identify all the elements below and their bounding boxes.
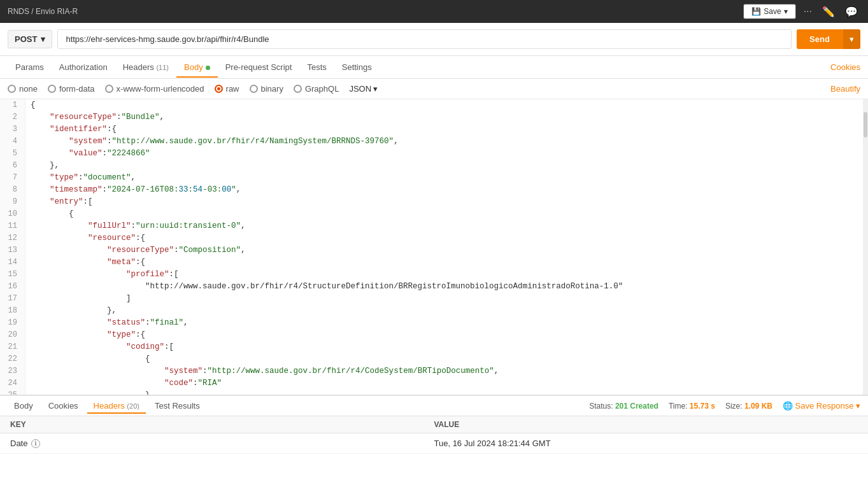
body-options: none form-data x-www-form-urlencoded raw…	[0, 79, 868, 99]
method-select[interactable]: POST ▾	[8, 30, 52, 48]
send-dropdown-button[interactable]: ▾	[843, 29, 860, 49]
tab-response-headers[interactable]: Headers (20)	[87, 398, 146, 413]
more-options-button[interactable]: ···	[801, 3, 815, 20]
top-bar: RNDS / Envio RIA-R 💾 Save ▾ ··· ✏️ 💬	[0, 0, 868, 23]
request-tabs: Params Authorization Headers (11) Body P…	[0, 56, 868, 79]
tab-response-cookies[interactable]: Cookies	[42, 398, 85, 413]
radio-none	[8, 85, 16, 93]
body-graphql-option[interactable]: GraphQL	[294, 84, 339, 94]
info-icon[interactable]: ℹ	[31, 439, 40, 448]
radio-binary	[250, 85, 258, 93]
url-input[interactable]	[57, 29, 792, 49]
top-actions: 💾 Save ▾ ··· ✏️ 💬	[743, 3, 860, 20]
radio-formdata	[48, 85, 56, 93]
comment-icon-button[interactable]: 💬	[843, 3, 860, 20]
send-group: Send ▾	[797, 29, 860, 49]
url-bar: POST ▾ Send ▾	[0, 23, 868, 56]
tab-settings[interactable]: Settings	[334, 57, 380, 77]
body-raw-option[interactable]: raw	[215, 84, 239, 94]
tab-test-results[interactable]: Test Results	[148, 398, 206, 413]
save-button[interactable]: 💾 Save ▾	[743, 4, 795, 19]
tab-pre-request[interactable]: Pre-request Script	[218, 57, 300, 77]
col-key-header: KEY	[10, 420, 434, 429]
code-editor[interactable]: 1234567891011121314151617181920212223242…	[0, 99, 868, 395]
table-header: KEY VALUE	[0, 416, 868, 433]
scrollbar-thumb[interactable]	[864, 112, 867, 137]
body-urlencoded-option[interactable]: x-www-form-urlencoded	[105, 84, 204, 94]
tab-body[interactable]: Body	[176, 57, 218, 77]
tab-tests[interactable]: Tests	[299, 57, 334, 77]
table-row: Date ℹ Tue, 16 Jul 2024 18:21:44 GMT	[0, 433, 868, 454]
body-binary-option[interactable]: binary	[250, 84, 283, 94]
response-table: KEY VALUE Date ℹ Tue, 16 Jul 2024 18:21:…	[0, 416, 868, 454]
tab-params[interactable]: Params	[8, 57, 52, 77]
cookies-link[interactable]: Cookies	[830, 62, 860, 72]
tab-authorization[interactable]: Authorization	[52, 57, 115, 77]
edit-icon-button[interactable]: ✏️	[820, 3, 837, 20]
save-response-button[interactable]: 🌐 Save Response ▾	[783, 401, 860, 411]
line-numbers: 1234567891011121314151617181920212223242…	[0, 99, 25, 395]
response-tabs: Body Cookies Headers (20) Test Results S…	[0, 396, 868, 416]
json-format-dropdown[interactable]: JSON ▾	[349, 84, 378, 94]
beautify-button[interactable]: Beautify	[830, 84, 860, 94]
send-button[interactable]: Send	[797, 29, 843, 49]
col-val-header: VALUE	[434, 420, 858, 429]
status-info: Status: 201 Created Time: 15.73 s Size: …	[589, 401, 860, 411]
radio-urlencoded	[105, 85, 113, 93]
breadcrumb: RNDS / Envio RIA-R	[8, 7, 78, 16]
row-key: Date ℹ	[10, 439, 434, 448]
radio-graphql	[294, 85, 302, 93]
scrollbar[interactable]	[863, 99, 868, 395]
row-value: Tue, 16 Jul 2024 18:21:44 GMT	[434, 439, 858, 448]
body-none-option[interactable]: none	[8, 84, 38, 94]
tab-response-body[interactable]: Body	[8, 398, 39, 413]
body-formdata-option[interactable]: form-data	[48, 84, 95, 94]
tab-headers[interactable]: Headers (11)	[115, 57, 176, 77]
bottom-panel: Body Cookies Headers (20) Test Results S…	[0, 395, 868, 454]
code-content[interactable]: { "resourceType":"Bundle", "identifier":…	[25, 99, 863, 395]
radio-raw	[215, 85, 223, 93]
